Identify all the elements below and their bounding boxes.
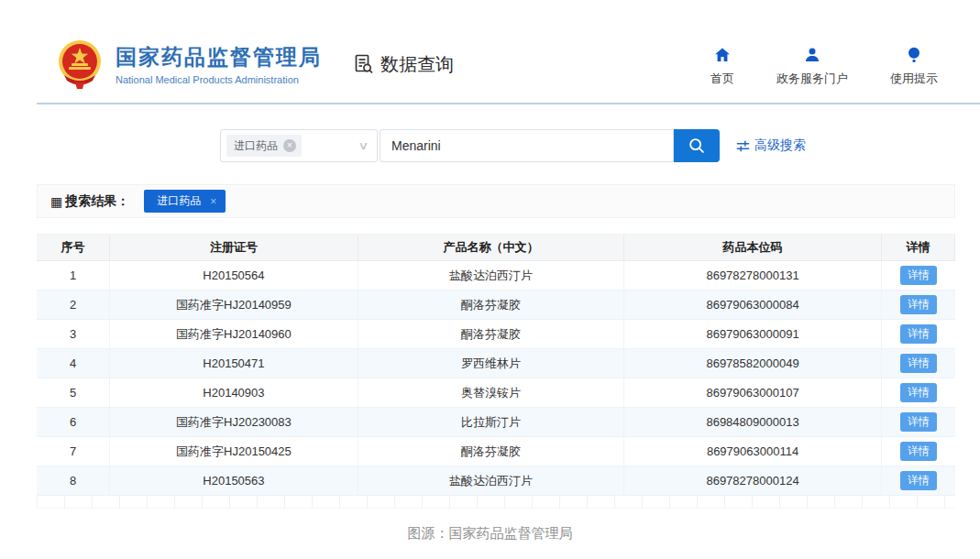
bulb-icon [906,45,922,65]
col-header-code: 药品本位码 [624,235,882,260]
data-query-icon [353,53,375,75]
nav-item-usage-tips[interactable]: 使用提示 [890,45,938,87]
brand-text: 国家药品监督管理局 National Medical Products Admi… [116,43,322,85]
cell-reg: 国药准字HJ20150425 [110,437,358,466]
cell-code: 86984809000013 [624,408,882,436]
table-row: 3 国药准字HJ20140960 酮洛芬凝胶 86979063000091 详情 [37,320,955,349]
cell-reg: H20150564 [110,261,358,290]
cell-no: 1 [37,261,110,290]
cell-name: 酮洛芬凝胶 [358,290,625,319]
filter-tag-label: 进口药品 [157,193,201,209]
advanced-search-label: 高级搜索 [754,137,806,154]
cell-name: 比拉斯汀片 [358,408,625,436]
results-table: 序号 注册证号 产品名称（中文） 药品本位码 详情 1 H20150564 盐酸… [37,234,955,496]
org-name-cn: 国家药品监督管理局 [116,43,322,71]
cell-name: 奥替溴铵片 [358,378,625,407]
detail-button[interactable]: 详情 [900,295,937,314]
search-icon [687,136,707,156]
filter-tag[interactable]: 进口药品 × [144,190,226,213]
advanced-search-link[interactable]: 高级搜索 [736,137,806,154]
page: 国家药品监督管理局 National Medical Products Admi… [0,0,980,559]
header: 国家药品监督管理局 National Medical Products Admi… [0,0,980,90]
nmpa-emblem-logo [57,38,103,90]
cell-no: 5 [37,378,110,407]
org-name-en: National Medical Products Administration [116,74,322,85]
col-header-detail: 详情 [882,235,955,260]
cell-code: 86978582000049 [624,349,882,378]
home-icon [713,45,732,65]
category-chip: 进口药品 × [226,135,302,157]
search-button[interactable] [674,129,720,162]
col-header-reg: 注册证号 [110,235,358,260]
table-row: 8 H20150563 盐酸达泊西汀片 86978278000124 详情 [37,466,955,496]
cell-name: 酮洛芬凝胶 [358,320,625,348]
cell-no: 4 [37,349,110,378]
cell-code: 86979063000084 [624,290,882,319]
detail-button[interactable]: 详情 [900,383,937,402]
results-bar: ▦ 搜索结果： 进口药品 × [37,184,955,218]
cell-name: 酮洛芬凝胶 [358,437,625,466]
col-header-name: 产品名称（中文） [358,235,625,260]
category-select[interactable]: 进口药品 × ∨ [220,129,378,162]
results-label: 搜索结果： [65,193,129,210]
image-source-caption: 图源：国家药品监督管理局 [0,525,980,543]
cell-no: 8 [37,466,110,495]
cell-no: 2 [37,290,110,319]
col-header-no: 序号 [37,235,110,260]
user-icon [803,45,821,65]
table-row: 4 H20150471 罗西维林片 86978582000049 详情 [37,349,955,378]
detail-button[interactable]: 详情 [900,354,937,373]
table-row: 7 国药准字HJ20150425 酮洛芬凝胶 86979063000114 详情 [37,437,955,466]
table-row: 2 国药准字HJ20140959 酮洛芬凝胶 86979063000084 详情 [37,290,955,320]
cell-code: 86979063000091 [624,320,882,348]
detail-button[interactable]: 详情 [900,412,937,432]
cell-reg: H20140903 [110,378,358,407]
cell-no: 3 [37,320,110,348]
cell-code: 86978278000131 [624,261,882,290]
cell-reg: 国药准字HJ20230083 [110,408,358,436]
cell-reg: H20150563 [110,466,358,495]
tag-close-icon[interactable]: × [210,195,216,208]
app-title-label: 数据查询 [380,52,454,77]
cell-name: 盐酸达泊西汀片 [358,466,625,495]
grid-icon: ▦ [50,195,62,208]
header-nav: 首页 政务服务门户 使 [710,41,938,87]
table-footer-grid [37,496,955,509]
detail-button[interactable]: 详情 [900,266,937,285]
cell-no: 6 [37,408,110,436]
app-title: 数据查询 [353,52,454,77]
cell-reg: 国药准字HJ20140959 [110,290,358,319]
cell-reg: H20150471 [110,349,358,378]
detail-button[interactable]: 详情 [900,442,937,461]
header-divider [37,103,980,104]
chip-close-icon[interactable]: × [283,139,296,152]
table-header-row: 序号 注册证号 产品名称（中文） 药品本位码 详情 [37,235,955,261]
cell-name: 盐酸达泊西汀片 [358,261,625,290]
cell-no: 7 [37,437,110,466]
cell-name: 罗西维林片 [358,349,625,378]
nav-label: 使用提示 [890,71,938,87]
search-input[interactable] [380,129,674,162]
cell-code: 86978278000124 [624,466,882,495]
brand: 国家药品监督管理局 National Medical Products Admi… [57,38,454,90]
detail-button[interactable]: 详情 [900,471,937,490]
table-row: 5 H20140903 奥替溴铵片 86979063000107 详情 [37,378,955,408]
chevron-down-icon: ∨ [358,139,369,152]
category-chip-label: 进口药品 [234,138,278,154]
nav-item-service-portal[interactable]: 政务服务门户 [776,45,848,87]
nav-label: 政务服务门户 [776,71,848,87]
cell-reg: 国药准字HJ20140960 [110,320,358,348]
cell-code: 86979063000107 [624,378,882,407]
nav-item-home[interactable]: 首页 [710,45,734,87]
nav-label: 首页 [710,71,734,87]
detail-button[interactable]: 详情 [900,324,937,344]
cell-code: 86979063000114 [624,437,882,466]
search-section: 进口药品 × ∨ 高级搜索 [220,129,980,162]
filter-sliders-icon [736,139,750,153]
table-row: 6 国药准字HJ20230083 比拉斯汀片 86984809000013 详情 [37,408,955,437]
table-row: 1 H20150564 盐酸达泊西汀片 86978278000131 详情 [37,261,955,290]
